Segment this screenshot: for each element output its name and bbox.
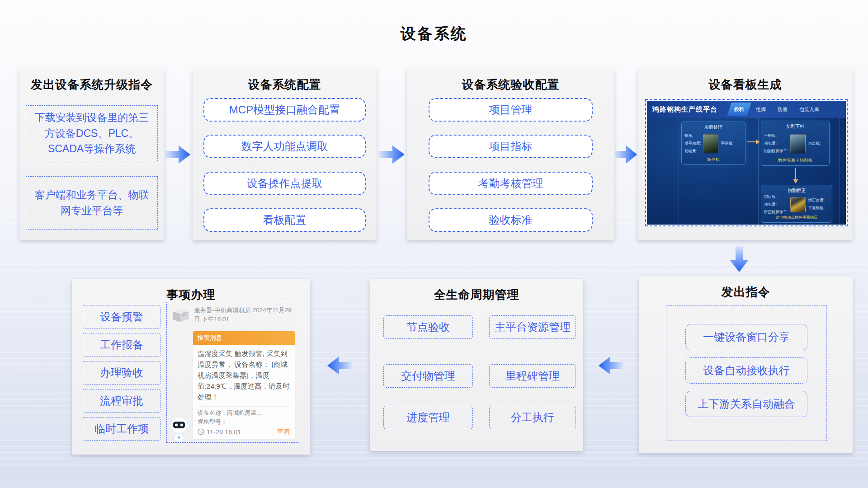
- command-item: 设备自动接收执行: [685, 357, 807, 384]
- upgrade-item: 下载安装到设备里的第三方设备DCS、PLC、SCADA等操作系统: [26, 105, 158, 161]
- task-item: 办理验收: [83, 361, 160, 385]
- task-item: 临时工作项: [83, 417, 160, 441]
- dashboard-header: 鸿路钢构生产线平台 投料 组焊 防腐 包装入库: [647, 101, 846, 118]
- dashboard-tab-welding[interactable]: 组焊: [750, 101, 772, 118]
- machine-photo: [790, 197, 806, 212]
- flow-arrow-left-icon: [598, 355, 624, 376]
- dashboard-divider: [840, 118, 840, 225]
- lifecycle-item: 主平台资源管理: [489, 315, 576, 339]
- alert-notification-card: 服务器-中机商城机房 2024年11月29日 下午16:01 报警消息 温湿度采…: [166, 302, 299, 443]
- lifecycle-item: 节点验收: [383, 315, 473, 339]
- lifecycle-item: 进度管理: [383, 406, 473, 429]
- flow-arrow-right-icon: [165, 144, 191, 165]
- dashboard-tab-feeding[interactable]: 投料: [728, 101, 750, 118]
- clock-icon: [198, 428, 204, 435]
- config-item: 看板配置: [203, 208, 366, 232]
- alert-device-name: 设备名称：商城机房温...: [193, 408, 295, 418]
- panel-acceptance: 设备系统验收配置 项目管理 项目指标 考勤考核管理 验收标准: [407, 69, 614, 240]
- lifecycle-item: 交付物管理: [383, 364, 473, 388]
- panel-acceptance-title: 设备系统验收配置: [407, 77, 614, 93]
- machine-card-cutting: 切割下料 平钢板: 耗电量: 切割机操作工: 切边板:: [761, 121, 830, 166]
- task-item: 流程审批: [83, 389, 160, 413]
- panel-config-title: 设备系统配置: [193, 77, 377, 93]
- process-arrow-right-icon: [747, 139, 760, 145]
- machine-photo: [703, 134, 718, 153]
- config-item: 数字人功能点调取: [203, 135, 366, 158]
- machine-photo: [790, 134, 806, 153]
- config-item: MCP模型接口融合配置: [203, 98, 366, 122]
- panel-lifecycle: 全生命周期管理 节点验收 主平台资源管理 交付物管理 里程碑管理 进度管理 分工…: [370, 279, 583, 451]
- server-icon: [170, 307, 191, 325]
- alert-device-spec: 规格型号：: [193, 418, 295, 427]
- lifecycle-item: 里程碑管理: [489, 364, 576, 388]
- view-link[interactable]: 查看: [277, 427, 290, 436]
- machine-name: 数控等离子切割机: [764, 158, 826, 164]
- dashboard-logo: 鸿路钢构生产线平台: [652, 105, 717, 114]
- machine-card-leveling: 表面处理 钢板: 矫平精度: 耗电量: 平钢板:: [681, 122, 745, 165]
- lifecycle-item: 分工执行: [489, 406, 576, 429]
- acceptance-item: 考勤考核管理: [429, 172, 593, 195]
- flow-arrow-right-icon: [379, 144, 405, 165]
- alert-title-bar: 报警消息: [193, 331, 295, 345]
- divider: [198, 406, 290, 407]
- panel-kanban: 设备看板生成 鸿路钢构生产线平台 投料 组焊 防腐 包装入库: [638, 69, 853, 240]
- page-title: 设备系统: [0, 23, 868, 44]
- panel-tasks: 事项办理 设备预警 工作报备 办理验收 流程审批 临时工作项 服务器-中机商城机…: [72, 279, 310, 455]
- panel-command-title: 发出指令: [639, 284, 853, 300]
- flow-arrow-down-icon: [729, 246, 750, 273]
- task-item: 工作报备: [83, 333, 160, 357]
- notification-source: 服务器-中机商城机房 2024年11月29日 下午16:01: [194, 306, 294, 324]
- machine-card-correction: 切割矫正 切边板: 耗电量: 矫正机操作工: 矫正速度: 平整钢板:: [761, 185, 832, 223]
- command-group-box: 一键设备窗口分享 设备自动接收执行 上下游关系自动融合: [666, 305, 827, 441]
- upgrade-item: 客户端和业务平台、物联网专业平台等: [26, 176, 158, 230]
- panel-upgrade: 发出设备系统升级指令 下载安装到设备里的第三方设备DCS、PLC、SCADA等操…: [19, 69, 164, 240]
- panel-command: 发出指令 一键设备窗口分享 设备自动接收执行 上下游关系自动融合: [639, 277, 853, 453]
- panel-upgrade-title: 发出设备系统升级指令: [19, 77, 164, 93]
- dashboard-tab-packing[interactable]: 包装入库: [793, 101, 825, 118]
- panel-tasks-title: 事项办理: [72, 287, 310, 303]
- task-item: 设备预警: [83, 305, 160, 328]
- dashboard-tab-anticorrosion[interactable]: 防腐: [772, 101, 793, 118]
- command-item: 一键设备窗口分享: [685, 324, 807, 350]
- panel-config: 设备系统配置 MCP模型接口融合配置 数字人功能点调取 设备操作点提取 看板配置: [193, 69, 377, 240]
- flow-arrow-right-icon: [615, 144, 637, 165]
- alert-body-text: 温湿度采集 触发报警, 采集到温度异常， 设备名称： [商城机房温度采集器]，温…: [193, 345, 295, 405]
- panel-lifecycle-title: 全生命周期管理: [370, 287, 583, 303]
- machine-name: 矫平机: [684, 157, 742, 163]
- config-item: 设备操作点提取: [203, 172, 366, 195]
- panel-kanban-title: 设备看板生成: [638, 77, 853, 93]
- machine-name: 龙门移动式数控平面钻床: [764, 215, 829, 221]
- dashboard-divider: [679, 118, 679, 225]
- diagram-canvas: 设备系统 发出设备系统升级指令 下载安装到设备里的第三方设备DCS、PLC、SC…: [0, 0, 868, 488]
- dashboard-body: 表面处理 钢板: 矫平精度: 耗电量: 平钢板:: [647, 118, 846, 225]
- acceptance-item: 验收标准: [429, 208, 593, 232]
- acceptance-item: 项目管理: [429, 98, 593, 122]
- acceptance-item: 项目指标: [429, 135, 593, 158]
- alert-bubble: 报警消息 温湿度采集 触发报警, 采集到温度异常， 设备名称： [商城机房温度采…: [193, 331, 295, 439]
- robot-icon: [169, 416, 189, 442]
- dashboard-divider: [758, 118, 759, 225]
- alert-time: 11-29 16:01: [207, 428, 241, 436]
- flow-arrow-left-icon: [326, 355, 353, 376]
- command-item: 上下游关系自动融合: [685, 391, 807, 417]
- dashboard-tabs: 投料 组焊 防腐 包装入库: [728, 101, 825, 118]
- process-arrow-down-icon: [793, 168, 799, 184]
- dashboard-screenshot: 鸿路钢构生产线平台 投料 组焊 防腐 包装入库 表面处理: [645, 99, 848, 226]
